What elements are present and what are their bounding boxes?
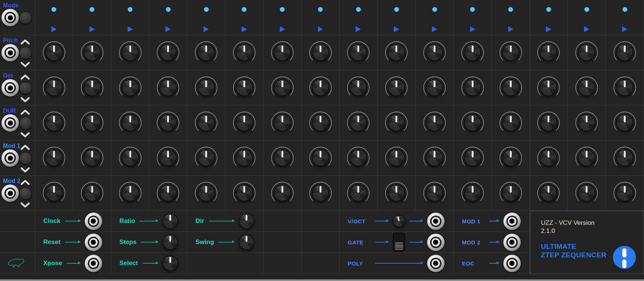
pitch-step-knob[interactable]	[46, 44, 63, 61]
mod-1-step-knob[interactable]	[84, 149, 101, 166]
mod-2-step-knob[interactable]	[236, 184, 253, 202]
pitch-step-knob[interactable]	[616, 44, 633, 61]
step-play-triangle[interactable]	[622, 26, 627, 32]
step-play-triangle[interactable]	[128, 26, 133, 32]
mod-1-step-knob[interactable]	[122, 149, 139, 166]
dur-step-knob[interactable]	[578, 114, 595, 131]
pitch-step-knob[interactable]	[502, 44, 519, 61]
swing-knob[interactable]	[239, 234, 254, 250]
dur-step-knob[interactable]	[274, 114, 291, 131]
chevron-down-icon[interactable]	[20, 132, 30, 138]
step-play-triangle[interactable]	[508, 26, 513, 32]
step-play-triangle[interactable]	[51, 26, 57, 32]
step-play-triangle[interactable]	[318, 26, 323, 32]
mod-2-step-knob[interactable]	[616, 184, 633, 202]
ratio-knob[interactable]	[162, 213, 178, 229]
mod-1-step-knob[interactable]	[464, 149, 481, 166]
gate-switch[interactable]	[393, 233, 405, 252]
step-play-triangle[interactable]	[394, 26, 399, 32]
step-play-triangle[interactable]	[470, 26, 475, 32]
mod-2-step-knob[interactable]	[502, 184, 519, 202]
mod-1-step-knob[interactable]	[274, 149, 291, 166]
mod-2-row-button[interactable]	[19, 187, 32, 200]
pitch-step-knob[interactable]	[388, 44, 405, 61]
chevron-down-icon[interactable]	[20, 167, 30, 173]
dur-step-knob[interactable]	[198, 114, 215, 131]
mod-1-step-knob[interactable]	[578, 149, 595, 166]
oct-step-knob[interactable]	[46, 79, 63, 96]
chevron-up-icon[interactable]	[20, 39, 30, 45]
chevron-down-icon[interactable]	[20, 97, 30, 102]
chevron-up-icon[interactable]	[20, 109, 30, 115]
v-oct-knob[interactable]	[392, 214, 406, 228]
dur-row-button[interactable]	[19, 117, 32, 129]
dur-step-knob[interactable]	[312, 114, 329, 131]
oct-step-knob[interactable]	[274, 79, 291, 96]
mod-2-step-knob[interactable]	[426, 184, 443, 202]
mod-2-jack[interactable]	[503, 234, 521, 251]
step-play-triangle[interactable]	[280, 26, 285, 32]
pitch-step-knob[interactable]	[312, 44, 329, 61]
step-play-triangle[interactable]	[204, 26, 209, 32]
step-play-triangle[interactable]	[546, 26, 551, 32]
pitch-step-knob[interactable]	[236, 44, 253, 61]
clock-jack[interactable]	[85, 213, 102, 230]
gate-jack[interactable]	[427, 234, 445, 251]
pitch-step-knob[interactable]	[578, 44, 595, 61]
oct-step-knob[interactable]	[312, 79, 329, 96]
pitch-row-button[interactable]	[19, 47, 32, 59]
oct-step-knob[interactable]	[388, 79, 405, 96]
mode-row-button[interactable]	[19, 11, 32, 24]
mod-2-step-knob[interactable]	[312, 184, 329, 202]
pitch-cv-input-jack[interactable]	[1, 44, 19, 61]
dur-step-knob[interactable]	[426, 114, 443, 131]
step-play-triangle[interactable]	[90, 26, 95, 32]
chevron-up-icon[interactable]	[20, 74, 30, 80]
mod-1-step-knob[interactable]	[312, 149, 329, 166]
pitch-step-knob[interactable]	[464, 44, 481, 61]
select-knob[interactable]	[162, 255, 178, 271]
oct-step-knob[interactable]	[122, 79, 139, 96]
dur-cv-input-jack[interactable]	[1, 114, 19, 132]
mod-2-step-knob[interactable]	[84, 184, 101, 202]
oct-step-knob[interactable]	[426, 79, 443, 96]
mod-2-step-knob[interactable]	[578, 184, 595, 202]
mod-1-step-knob[interactable]	[198, 149, 215, 166]
oct-cv-input-jack[interactable]	[1, 79, 19, 97]
chevron-down-icon[interactable]	[20, 62, 30, 67]
chevron-down-icon[interactable]	[20, 202, 30, 208]
oct-step-knob[interactable]	[502, 79, 519, 96]
mod-1-step-knob[interactable]	[388, 149, 405, 166]
mod-2-step-knob[interactable]	[274, 184, 291, 202]
step-play-triangle[interactable]	[356, 26, 361, 32]
mod-2-step-knob[interactable]	[122, 184, 139, 202]
dur-step-knob[interactable]	[502, 114, 519, 131]
xpose-jack[interactable]	[85, 255, 102, 272]
pitch-step-knob[interactable]	[274, 44, 291, 61]
chevron-up-icon[interactable]	[20, 180, 30, 185]
mod-1-step-knob[interactable]	[426, 149, 443, 166]
step-play-triangle[interactable]	[432, 26, 437, 32]
dir-knob[interactable]	[239, 213, 254, 229]
mod-2-step-knob[interactable]	[388, 184, 405, 202]
dur-step-knob[interactable]	[464, 114, 481, 131]
mod-1-row-button[interactable]	[19, 152, 32, 165]
oct-step-knob[interactable]	[464, 79, 481, 96]
poly-jack[interactable]	[427, 255, 445, 272]
oct-step-knob[interactable]	[84, 79, 101, 96]
mod-1-step-knob[interactable]	[502, 149, 519, 166]
mode-cv-input-jack[interactable]	[1, 9, 19, 26]
oct-step-knob[interactable]	[236, 79, 253, 96]
mod-2-step-knob[interactable]	[198, 184, 215, 202]
dur-step-knob[interactable]	[46, 114, 63, 131]
oct-row-button[interactable]	[19, 82, 32, 94]
mod-1-cv-input-jack[interactable]	[1, 149, 19, 167]
mod-2-cv-input-jack[interactable]	[1, 184, 19, 202]
eoc-jack[interactable]	[503, 255, 521, 272]
mod-1-step-knob[interactable]	[236, 149, 253, 166]
chevron-up-icon[interactable]	[20, 145, 30, 150]
mod-1-step-knob[interactable]	[616, 149, 633, 166]
mod-2-step-knob[interactable]	[46, 184, 63, 202]
mod-1-jack[interactable]	[503, 213, 521, 230]
pitch-step-knob[interactable]	[426, 44, 443, 61]
